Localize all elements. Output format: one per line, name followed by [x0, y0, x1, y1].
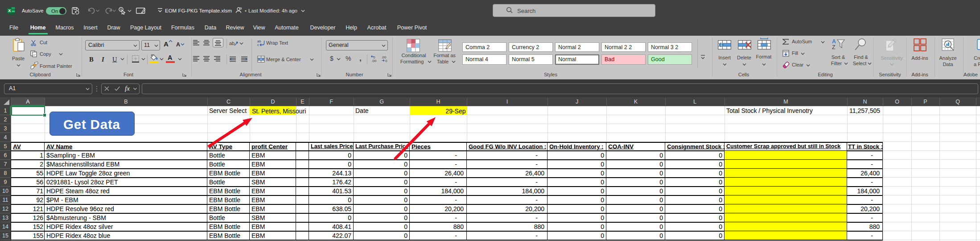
svg-text:c: c	[257, 43, 259, 47]
svg-text:ab: ab	[229, 41, 235, 46]
svg-text:X: X	[8, 8, 11, 13]
svg-text:.00: .00	[371, 59, 377, 62]
svg-text:0: 0	[385, 59, 387, 62]
